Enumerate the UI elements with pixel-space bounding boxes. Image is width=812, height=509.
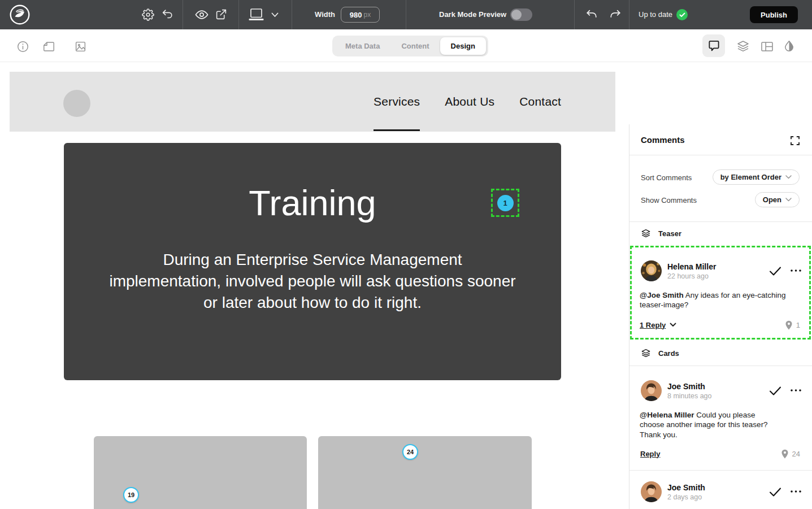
marker-number: 1	[796, 321, 800, 329]
laptop-icon[interactable]	[247, 7, 265, 22]
resolve-checkmark-icon[interactable]	[769, 266, 781, 276]
marker-number: 24	[792, 450, 800, 458]
nav-item-services[interactable]: Services	[374, 72, 420, 132]
layout-icon[interactable]	[761, 41, 774, 52]
teaser-hero-widget[interactable]: Training During an Enterprise Service Ma…	[64, 143, 561, 380]
info-icon[interactable]	[17, 41, 29, 53]
comment-mention[interactable]: @Helena Miller	[640, 411, 694, 419]
avatar-joe-smith[interactable]	[641, 481, 662, 502]
ellipsis-menu-icon[interactable]	[791, 490, 801, 493]
tab-content[interactable]: Content	[390, 37, 440, 55]
redo-icon[interactable]	[609, 9, 622, 20]
show-comments-dropdown[interactable]: Open	[755, 192, 800, 207]
page-icon[interactable]	[43, 41, 55, 52]
comment-marker-19[interactable]: 19	[123, 487, 139, 503]
ellipsis-menu-icon[interactable]	[791, 389, 801, 391]
dark-mode-label: Dark Mode Preview	[439, 0, 506, 29]
publish-button[interactable]: Publish	[750, 6, 798, 23]
replies-toggle[interactable]: 1 Reply	[640, 321, 676, 329]
card-image-placeholder-right[interactable]	[318, 436, 532, 509]
mode-tabs: Meta Data Content Design	[332, 36, 488, 56]
comment-marker-24[interactable]: 24	[402, 444, 418, 460]
comment-timestamp: 22 hours ago	[667, 272, 709, 280]
app-window: Width 980 px Dark Mode Preview Up to dat…	[0, 0, 812, 509]
comment-author: Joe Smith	[667, 483, 705, 492]
tab-meta-data[interactable]: Meta Data	[335, 37, 390, 55]
chevron-down-icon	[785, 175, 792, 179]
publish-status-label: Up to date	[639, 0, 672, 29]
comment-helena-miller[interactable]: Helena Miller 22 hours ago @Joe Smith An…	[629, 260, 812, 334]
site-logo-placeholder[interactable]	[63, 90, 90, 117]
expand-icon[interactable]	[791, 136, 800, 145]
comment-mention[interactable]: @Joe Smith	[640, 291, 684, 299]
top-toolbar: Width 980 px Dark Mode Preview Up to dat…	[0, 0, 812, 29]
marker-pin-link[interactable]: 1	[785, 320, 800, 330]
toggle-knob	[511, 10, 522, 20]
section-label: Teaser	[658, 229, 681, 238]
width-unit: px	[364, 11, 371, 19]
restore-undo-icon[interactable]	[161, 8, 173, 21]
width-label: Width	[305, 0, 335, 29]
avatar-joe-smith[interactable]	[641, 380, 662, 401]
page-canvas: Services About Us Contact Training Durin…	[0, 62, 812, 509]
toolbar-divider	[183, 0, 183, 29]
comment-author: Helena Miller	[667, 262, 716, 271]
marker-pin-link[interactable]: 24	[781, 449, 800, 459]
tab-design[interactable]: Design	[440, 37, 486, 55]
layers-icon[interactable]	[736, 40, 750, 53]
nav-item-about-us[interactable]: About Us	[445, 72, 494, 132]
external-link-icon[interactable]	[215, 8, 227, 20]
nav-item-contact[interactable]: Contact	[519, 72, 561, 132]
avatar-helena-miller[interactable]	[641, 260, 662, 281]
width-value: 980	[350, 11, 362, 19]
gear-icon[interactable]	[142, 8, 154, 21]
comments-sidebar: Comments Sort Comments by Element Order …	[629, 124, 812, 509]
contrast-icon[interactable]	[783, 40, 795, 53]
toolbar-divider	[574, 0, 575, 29]
section-header-cards: Cards	[641, 348, 679, 358]
sort-comments-value: by Element Order	[720, 173, 781, 181]
divider	[629, 221, 812, 222]
toolbar-divider	[406, 0, 406, 29]
hero-title[interactable]: Training	[64, 182, 561, 223]
sort-comments-dropdown[interactable]: by Element Order	[713, 169, 800, 185]
toolbar-divider	[629, 0, 629, 29]
show-comments-label: Show Comments	[641, 196, 697, 205]
comments-panel-title: Comments	[641, 135, 685, 145]
undo-icon[interactable]	[585, 9, 598, 20]
check-circle-icon	[676, 9, 688, 20]
reply-link[interactable]: Reply	[640, 450, 660, 458]
layers-icon	[641, 228, 651, 238]
hero-body-text[interactable]: During an Enterprise Service Management …	[109, 249, 516, 314]
resolve-checkmark-icon[interactable]	[769, 386, 781, 396]
sort-comments-label: Sort Comments	[641, 173, 692, 182]
ellipsis-menu-icon[interactable]	[791, 269, 801, 272]
image-icon[interactable]	[75, 41, 86, 53]
resolve-checkmark-icon[interactable]	[769, 487, 781, 497]
comment-text: @Joe Smith Any ideas for an eye-catching…	[640, 290, 787, 310]
edit-toolbar: Meta Data Content Design	[0, 29, 812, 62]
pin-icon	[785, 320, 793, 330]
eye-icon[interactable]	[195, 9, 209, 20]
chevron-down-icon[interactable]	[271, 12, 279, 18]
comment-joe-smith-2[interactable]: Joe Smith 2 days ago @Helena Miller Make…	[629, 481, 812, 509]
app-logo-icon[interactable]	[10, 5, 30, 25]
toolbar-divider	[292, 0, 292, 29]
comment-bubble-icon	[707, 40, 720, 52]
chevron-down-icon	[670, 323, 676, 327]
chevron-down-icon	[785, 198, 792, 202]
section-header-teaser: Teaser	[641, 228, 681, 238]
comments-panel-button[interactable]	[702, 34, 725, 57]
divider	[629, 366, 812, 366]
preview-site-header[interactable]: Services About Us Contact	[10, 72, 615, 132]
comment-marker-1[interactable]: 1	[497, 195, 514, 211]
show-comments-value: Open	[763, 195, 781, 204]
dark-mode-toggle[interactable]	[510, 8, 532, 21]
selected-comment-marker-box: 1	[491, 189, 519, 217]
comment-timestamp: 2 days ago	[667, 493, 702, 501]
comment-joe-smith-1[interactable]: Joe Smith 8 minutes ago @Helena Miller C…	[629, 380, 812, 465]
divider	[629, 470, 812, 471]
width-input[interactable]: 980 px	[341, 7, 380, 23]
toolbar-divider	[238, 0, 239, 29]
divider	[629, 155, 812, 155]
